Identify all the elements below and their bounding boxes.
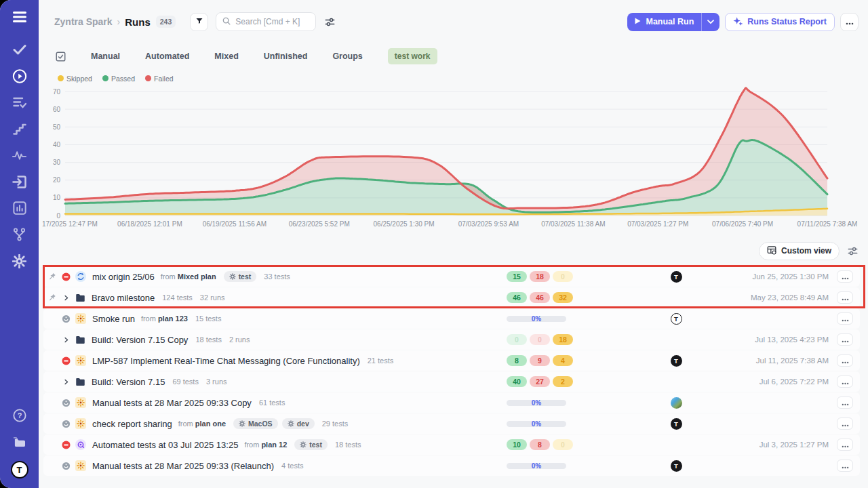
row-menu-button[interactable] <box>837 375 853 388</box>
env-tag-test[interactable]: test <box>224 271 257 282</box>
help-icon[interactable]: ? <box>12 408 27 423</box>
progress-bar: 0% <box>507 419 566 428</box>
chevron-right-icon[interactable] <box>62 336 71 344</box>
sidebar-item-settings[interactable] <box>12 253 27 268</box>
filter-tag-test-work[interactable]: test work <box>388 48 437 64</box>
projects-icon[interactable] <box>12 434 27 449</box>
stop-icon[interactable] <box>62 441 71 449</box>
custom-view-button[interactable]: Custom view <box>759 242 840 260</box>
chevron-right-icon[interactable] <box>62 294 71 302</box>
run-title[interactable]: Manual tests at 28 Mar 2025 09:33 Copy <box>92 398 252 408</box>
run-row-8[interactable]: check report sharing fromplan one MacOSd… <box>43 413 860 434</box>
runs-status-report-button[interactable]: Runs Status Report <box>725 13 835 31</box>
sidebar-item-runs-active[interactable] <box>12 68 27 83</box>
run-row-5[interactable]: LMP-587 Implement Real-Time Chat Messagi… <box>43 350 860 371</box>
row-menu-button[interactable] <box>837 396 853 409</box>
stop-icon[interactable] <box>62 272 71 281</box>
chevron-right-icon[interactable] <box>62 378 71 386</box>
stop-icon[interactable] <box>62 357 71 365</box>
run-title[interactable]: Build: Version 7.15 <box>92 377 165 387</box>
failed-count-badge: 9 <box>530 355 550 366</box>
avatar[interactable] <box>671 397 682 409</box>
env-tag-macos[interactable]: MacOS <box>233 418 278 429</box>
user-avatar[interactable]: T <box>11 461 28 479</box>
run-row-7[interactable]: Manual tests at 28 Mar 2025 09:33 Copy 6… <box>43 392 860 413</box>
row-menu-button[interactable] <box>837 291 853 304</box>
run-plan-ref: fromplan 12 <box>244 441 287 449</box>
run-row-2[interactable]: Bravo milestone 124 tests 32 runs 464632… <box>43 287 860 308</box>
row-menu-button[interactable] <box>837 418 853 430</box>
row-menu-button[interactable] <box>837 270 853 283</box>
svg-text:20: 20 <box>53 176 61 184</box>
folder-run-icon <box>75 336 85 344</box>
status-dot-icon[interactable] <box>62 462 71 470</box>
select-runs-icon[interactable] <box>56 52 66 62</box>
manual-run-button[interactable]: Manual Run <box>627 13 719 31</box>
status-dot-icon[interactable] <box>62 314 71 323</box>
env-tag-dev[interactable]: dev <box>282 418 315 429</box>
tab-unfinished[interactable]: Unfinished <box>264 52 308 61</box>
search-box[interactable] <box>216 12 316 31</box>
tabs-list: ManualAutomatedMixedUnfinishedGroups <box>91 52 363 61</box>
gear-icon <box>300 441 307 448</box>
sidebar-item-pulse[interactable] <box>12 148 27 163</box>
sidebar-item-milestones[interactable] <box>12 121 27 136</box>
header-more-button[interactable] <box>840 13 859 31</box>
skipped-count-badge: 18 <box>553 334 573 345</box>
page-header: Zyntra Spark › Runs 243 Manual Run <box>39 0 868 31</box>
row-menu-button[interactable] <box>837 333 853 346</box>
tab-automated[interactable]: Automated <box>145 52 189 61</box>
row-menu-button[interactable] <box>837 354 853 367</box>
run-row-6[interactable]: Build: Version 7.15 69 tests 3 runs 4027… <box>43 371 860 392</box>
chevron-down-icon[interactable] <box>702 20 719 24</box>
run-title[interactable]: Bravo milestone <box>92 293 155 303</box>
avatar[interactable]: T <box>671 313 682 325</box>
sidebar-item-analytics[interactable] <box>12 201 27 216</box>
run-assignee: T <box>663 271 690 283</box>
passed-count-badge: 46 <box>507 292 527 303</box>
more-dots-icon <box>842 314 849 324</box>
run-title[interactable]: mix origin 25/06 <box>92 272 155 282</box>
svg-text:?: ? <box>17 411 22 420</box>
tab-mixed[interactable]: Mixed <box>214 52 238 61</box>
run-row-3[interactable]: Smoke run fromplan 123 15 tests 0% T <box>43 308 860 329</box>
run-title[interactable]: check report sharing <box>92 419 172 429</box>
run-row-9[interactable]: Automated tests at 03 Jul 2025 13:25 fro… <box>43 434 860 455</box>
row-menu-button[interactable] <box>837 439 853 451</box>
row-menu-button[interactable] <box>837 312 853 325</box>
search-input[interactable] <box>235 17 309 26</box>
status-dot-icon[interactable] <box>62 399 71 407</box>
sidebar-item-import[interactable] <box>12 174 27 189</box>
sidebar-item-branches[interactable] <box>12 227 27 242</box>
status-dot-icon[interactable] <box>62 420 71 428</box>
env-tag-test[interactable]: test <box>294 439 328 450</box>
sidebar-item-test-plans[interactable] <box>12 95 27 110</box>
avatar[interactable]: T <box>671 271 682 283</box>
avatar[interactable]: T <box>671 418 682 430</box>
view-settings-icon[interactable] <box>848 246 858 256</box>
run-title[interactable]: Build: Version 7.15 Copy <box>92 335 188 345</box>
run-title[interactable]: Automated tests at 03 Jul 2025 13:25 <box>92 440 238 450</box>
menu-icon[interactable] <box>12 9 27 24</box>
run-row-1[interactable]: mix origin 25/06 fromMixed plan test 33 … <box>43 266 860 287</box>
run-row-4[interactable]: Build: Version 7.15 Copy 18 tests 2 runs… <box>43 329 860 350</box>
avatar[interactable]: T <box>671 460 682 472</box>
run-assignee: T <box>663 418 690 430</box>
sliders-icon[interactable] <box>325 17 335 27</box>
sidebar: ? T <box>0 0 39 488</box>
avatar[interactable]: T <box>671 355 682 367</box>
tab-groups[interactable]: Groups <box>332 52 362 61</box>
run-title[interactable]: Manual tests at 28 Mar 2025 09:33 (Relau… <box>92 461 274 471</box>
tab-manual[interactable]: Manual <box>91 52 120 61</box>
sidebar-item-tasks[interactable] <box>12 42 27 57</box>
breadcrumb-project[interactable]: Zyntra Spark <box>54 16 113 27</box>
legend-dot <box>58 75 64 81</box>
run-title[interactable]: LMP-587 Implement Real-Time Chat Messagi… <box>92 356 360 366</box>
run-row-10[interactable]: Manual tests at 28 Mar 2025 09:33 (Relau… <box>43 455 860 476</box>
run-tests-count: 69 tests <box>172 378 199 386</box>
filter-button[interactable] <box>190 13 208 31</box>
run-date: Jun 25, 2025 1:30 PM <box>690 272 837 281</box>
more-dots-icon <box>846 17 854 27</box>
row-menu-button[interactable] <box>837 460 853 472</box>
run-title[interactable]: Smoke run <box>92 314 135 324</box>
